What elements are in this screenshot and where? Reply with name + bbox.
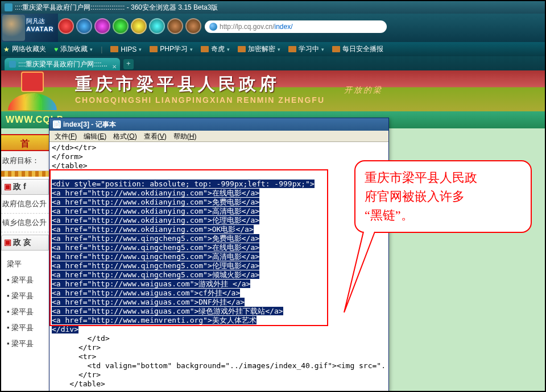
bk-daily[interactable]: 每日安全播报 (332, 44, 383, 54)
folder-icon (288, 46, 296, 52)
tree-item[interactable]: ▪ 梁平县 (7, 320, 47, 336)
tab-favicon-icon (9, 61, 16, 68)
menu-view[interactable]: 查看(V) (141, 131, 169, 141)
callout-tail-icon (343, 223, 388, 319)
stripe-divider (1, 171, 49, 177)
doc-icon: ▣ (4, 182, 11, 191)
tab-bar: ::::重庆梁平县政府门户网::::... ✕ + (1, 56, 545, 70)
folder-icon (110, 46, 118, 52)
annotation-callout: 重庆市梁平县人民政 府官网被嵌入许多 “黑链”。 (354, 160, 532, 257)
tree-item[interactable]: ▪ 梁平县 (7, 272, 47, 288)
nav-favorite-icon[interactable] (131, 18, 147, 34)
tree-item[interactable]: ▪ 梁平县 (7, 288, 47, 304)
bk-hips[interactable]: HIPS▾ (110, 45, 142, 53)
notepad-menu: 文件(F) 编辑(E) 格式(O) 查看(V) 帮助(H) (49, 131, 388, 142)
url-host: http://lp.cq.gov.cn/ (220, 23, 275, 31)
net-favorites[interactable]: ★网络收藏夹 (3, 44, 46, 54)
tree-root[interactable]: 梁平 (7, 256, 47, 272)
nav-refresh-icon[interactable] (94, 18, 110, 34)
callout-line: 府官网被嵌入许多 (365, 187, 522, 206)
bk-qihu[interactable]: 奇虎▾ (201, 44, 230, 54)
avatar-banner: 阿凡达 AVATAR (1, 14, 58, 42)
tree-view: 梁平 ▪ 梁平县 ▪ 梁平县 ▪ 梁平县 ▪ 梁平县 ▪ 梁平县 (1, 251, 49, 352)
gov-slogan: 开放的梁 (344, 85, 383, 95)
tab-title: ::::重庆梁平县政府门户网::::... (18, 58, 107, 70)
notepad-icon: 📄 (53, 120, 61, 128)
notepad-content[interactable]: </td></tr></form></table> <div style="po… (49, 142, 388, 392)
gov-emblem (8, 72, 57, 110)
menu-file[interactable]: 文件(F) (52, 131, 80, 141)
folder-icon (238, 46, 246, 52)
gov-title: 重庆市梁平县人民政府 (75, 73, 280, 96)
browser-title-bar: ::::重庆梁平县政府门户网:::::::::::::::::: - 360安全… (1, 1, 545, 14)
folder-icon (332, 46, 340, 52)
heart-add-icon: ♥ (54, 45, 58, 53)
gov-pinyin: CHONGQINGSHI LIANGPINGXIAN RENMIN ZHENGF… (75, 95, 325, 105)
bk-study[interactable]: 学习中▾ (288, 44, 324, 54)
active-tab[interactable]: ::::重庆梁平县政府门户网::::... ✕ (5, 58, 120, 70)
nav-back-icon[interactable] (58, 18, 74, 34)
avatar-brand: 阿凡达 AVATAR (26, 17, 54, 32)
bk-crypt[interactable]: 加密解密▾ (238, 44, 280, 54)
window-title: ::::重庆梁平县政府门户网:::::::::::::::::: - 360安全… (15, 1, 218, 14)
info-item-2[interactable]: 镇乡信息公升 (1, 214, 49, 232)
avatar-face-icon (2, 15, 25, 41)
folder-icon (150, 46, 158, 52)
toolbar-icons (58, 18, 201, 34)
nav-extra-icon[interactable] (185, 18, 201, 34)
notepad-title: index[3] - 记事本 (63, 118, 116, 131)
menu-format[interactable]: 格式(O) (110, 131, 139, 141)
nav-forward-icon[interactable] (76, 18, 92, 34)
nav-history-icon[interactable] (149, 18, 165, 34)
nav-home-icon[interactable] (113, 18, 129, 34)
gov-goal: 政府目标： (1, 151, 49, 171)
callout-line: “黑链”。 (365, 206, 522, 224)
bookmark-bar: ★网络收藏夹 ♥添加收藏▾ | HIPS▾ PHP学习▾ 奇虎▾ 加密解密▾ 学… (1, 42, 545, 56)
menu-help[interactable]: 帮助(H) (171, 131, 200, 141)
new-tab-button[interactable]: + (123, 59, 134, 69)
url-path: index/ (275, 23, 293, 31)
bk-php[interactable]: PHP学习▾ (150, 44, 193, 54)
tree-item[interactable]: ▪ 梁平县 (7, 336, 47, 352)
gov-banner: 重庆市梁平县人民政府 CHONGQINGSHI LIANGPINGXIAN RE… (1, 70, 545, 111)
notepad-window: 📄 index[3] - 记事本 文件(F) 编辑(E) 格式(O) 查看(V)… (49, 118, 389, 391)
nav-undo-icon[interactable] (167, 18, 183, 34)
section-govinfo[interactable]: ▣政 f (1, 179, 49, 195)
browser-toolbar: 阿凡达 AVATAR http://lp.cq.gov.cn/index/ (1, 14, 545, 42)
nav-home[interactable]: 首 (1, 134, 49, 151)
section-govaction[interactable]: ▣政 亥 (1, 235, 49, 251)
menu-edit[interactable]: 编辑(E) (81, 131, 109, 141)
callout-line: 重庆市梁平县人民政 (365, 168, 522, 187)
favicon-icon (5, 3, 13, 11)
callout-box: 重庆市梁平县人民政 府官网被嵌入许多 “黑链”。 (354, 160, 532, 233)
globe-icon (209, 23, 217, 31)
address-bar[interactable]: http://lp.cq.gov.cn/index/ (205, 20, 387, 33)
left-sidebar: 首 政府目标： ▣政 f 政府信息公升 镇乡信息公升 ▣政 亥 梁平 ▪ 梁平县… (1, 134, 49, 392)
info-item-1[interactable]: 政府信息公升 (1, 195, 49, 214)
doc-icon: ▣ (4, 237, 11, 247)
add-favorite[interactable]: ♥添加收藏▾ (54, 44, 93, 54)
star-icon: ★ (3, 45, 10, 53)
tree-item[interactable]: ▪ 梁平县 (7, 304, 47, 320)
folder-icon (201, 46, 209, 52)
notepad-title-bar[interactable]: 📄 index[3] - 记事本 (49, 118, 388, 131)
